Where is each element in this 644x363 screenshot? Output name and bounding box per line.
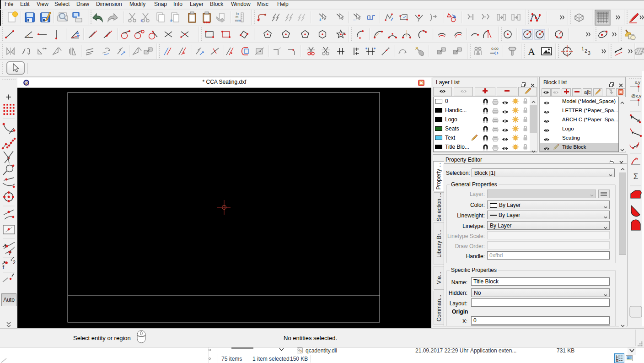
svg-text:a|b: a|b — [584, 89, 590, 95]
svg-text:mm: mm — [235, 18, 241, 22]
svg-text:A: A — [528, 46, 535, 57]
svg-text:−: − — [353, 17, 356, 22]
svg-text:+: + — [170, 18, 172, 23]
svg-text:+: + — [319, 17, 322, 22]
svg-text:@x,y: @x,y — [631, 93, 641, 98]
svg-text:Σ: Σ — [633, 172, 639, 181]
svg-text:✱: ✱ — [373, 47, 376, 50]
svg-text:2: 2 — [585, 49, 587, 54]
svg-text:x,y: x,y — [635, 80, 640, 85]
svg-text:1: 1 — [581, 46, 584, 51]
svg-text:3: 3 — [588, 51, 590, 56]
svg-text:✱: ✱ — [365, 47, 367, 50]
svg-text:0.00: 0.00 — [491, 47, 499, 51]
svg-text:+: + — [140, 18, 143, 23]
svg-text:2: 2 — [13, 260, 16, 265]
